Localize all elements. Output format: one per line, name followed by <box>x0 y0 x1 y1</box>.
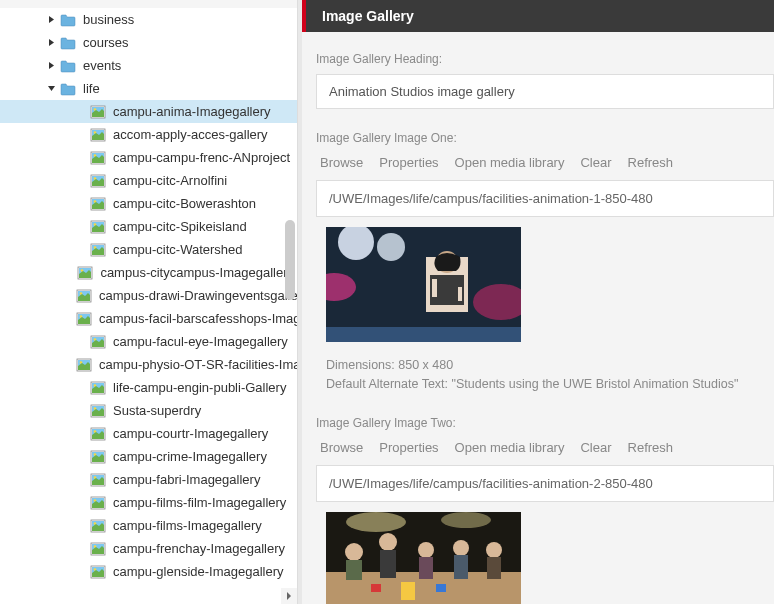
tree-item[interactable]: life-campu-engin-publi-Gallery <box>0 376 297 399</box>
image-icon <box>90 472 106 488</box>
image-two-actions: Browse Properties Open media library Cle… <box>320 440 774 455</box>
image-icon <box>90 541 106 557</box>
item-label: campu-citc-Bowerashton <box>110 195 259 212</box>
image-icon <box>90 518 106 534</box>
image-icon <box>90 196 106 212</box>
tree-item[interactable]: campu-facul-eye-Imagegallery <box>0 330 297 353</box>
sidebar-scrollbar[interactable] <box>281 0 297 604</box>
item-label: campu-crime-Imagegallery <box>110 448 270 465</box>
image-icon <box>76 288 92 304</box>
image-one-path[interactable]: /UWE/Images/life/campus/facilities-anima… <box>316 180 774 217</box>
folder-label: events <box>80 57 124 74</box>
folder-label: business <box>80 11 137 28</box>
image-two-path[interactable]: /UWE/Images/life/campus/facilities-anima… <box>316 465 774 502</box>
refresh-link[interactable]: Refresh <box>628 440 674 455</box>
form-area: Image Gallery Heading: Animation Studios… <box>302 32 774 604</box>
expand-arrow-icon[interactable] <box>44 13 58 27</box>
image-one-actions: Browse Properties Open media library Cle… <box>320 155 774 170</box>
item-label: campu-citc-Watershed <box>110 241 246 258</box>
svg-point-82 <box>418 542 434 558</box>
tree-item[interactable]: campu-glenside-Imagegallery <box>0 560 297 583</box>
tree-folder[interactable]: courses <box>0 31 297 54</box>
browse-link[interactable]: Browse <box>320 155 363 170</box>
image-icon <box>90 334 106 350</box>
tree-folder[interactable]: life <box>0 77 297 100</box>
tree-item[interactable]: accom-apply-acces-gallery <box>0 123 297 146</box>
tree-item[interactable]: Susta-superdry <box>0 399 297 422</box>
item-label: campu-citc-Arnolfini <box>110 172 230 189</box>
svg-point-84 <box>453 540 469 556</box>
tree-folder[interactable]: business <box>0 8 297 31</box>
properties-link[interactable]: Properties <box>379 440 438 455</box>
tree-item[interactable]: campu-citc-Watershed <box>0 238 297 261</box>
folder-icon <box>60 81 76 97</box>
svg-point-76 <box>441 512 491 528</box>
svg-point-86 <box>486 542 502 558</box>
item-label: campu-physio-OT-SR-facilities-Imageg <box>96 356 298 373</box>
tree-item[interactable]: campu-anima-Imagegallery <box>0 100 297 123</box>
item-label: campu-frenchay-Imagegallery <box>110 540 288 557</box>
image-two-thumbnail[interactable] <box>326 512 521 604</box>
panel-header: Image Gallery <box>302 0 774 32</box>
expand-arrow-icon[interactable] <box>44 59 58 73</box>
clear-link[interactable]: Clear <box>580 155 611 170</box>
properties-link[interactable]: Properties <box>379 155 438 170</box>
refresh-link[interactable]: Refresh <box>628 155 674 170</box>
tree-item[interactable]: campus-facil-barscafesshops-Imagegal <box>0 307 297 330</box>
image-icon <box>90 150 106 166</box>
svg-rect-88 <box>401 582 415 600</box>
item-label: campus-drawi-Drawingeventsgallery <box>96 287 298 304</box>
folder-label: courses <box>80 34 132 51</box>
image-icon <box>90 173 106 189</box>
scroll-arrow-right[interactable] <box>281 588 297 604</box>
open-media-link[interactable]: Open media library <box>455 155 565 170</box>
tree-item[interactable]: campu-citc-Spikeisland <box>0 215 297 238</box>
item-label: campu-anima-Imagegallery <box>110 103 274 120</box>
collapse-arrow-icon[interactable] <box>44 82 58 96</box>
image-icon <box>76 357 92 373</box>
image-icon <box>90 242 106 258</box>
item-label: accom-apply-acces-gallery <box>110 126 271 143</box>
tree-item[interactable]: campu-fabri-Imagegallery <box>0 468 297 491</box>
panel-title: Image Gallery <box>322 8 414 24</box>
folder-label: life <box>80 80 103 97</box>
tree-item[interactable]: campu-citc-Arnolfini <box>0 169 297 192</box>
scroll-thumb[interactable] <box>285 220 295 300</box>
expand-arrow-icon[interactable] <box>44 36 58 50</box>
alt-text: Default Alternate Text: "Students using … <box>326 375 774 394</box>
svg-point-65 <box>377 233 405 261</box>
image-icon <box>76 311 92 327</box>
tree-view: businesscourseseventslife campu-anima-Im… <box>0 0 297 591</box>
item-label: campu-campu-frenc-ANproject <box>110 149 293 166</box>
tree-item[interactable]: campu-campu-frenc-ANproject <box>0 146 297 169</box>
tree-folder[interactable]: events <box>0 54 297 77</box>
item-label: campus-facil-barscafesshops-Imagegal <box>96 310 298 327</box>
tree-item[interactable]: campus-drawi-Drawingeventsgallery <box>0 284 297 307</box>
image-icon <box>90 403 106 419</box>
item-label: campu-courtr-Imagegallery <box>110 425 271 442</box>
item-label: campu-fabri-Imagegallery <box>110 471 263 488</box>
image-one-thumbnail[interactable] <box>326 227 521 342</box>
tree-item[interactable]: campu-films-film-Imagegallery <box>0 491 297 514</box>
open-media-link[interactable]: Open media library <box>455 440 565 455</box>
tree-item[interactable]: campu-frenchay-Imagegallery <box>0 537 297 560</box>
item-label: campu-glenside-Imagegallery <box>110 563 287 580</box>
tree-item[interactable]: campu-citc-Bowerashton <box>0 192 297 215</box>
image-icon <box>77 265 93 281</box>
tree-item[interactable]: campus-citycampus-Imagegallery <box>0 261 297 284</box>
image-one-label: Image Gallery Image One: <box>316 131 774 145</box>
svg-rect-79 <box>346 560 362 580</box>
image-icon <box>90 426 106 442</box>
clear-link[interactable]: Clear <box>580 440 611 455</box>
tree-item[interactable]: campu-courtr-Imagegallery <box>0 422 297 445</box>
tree-item[interactable]: campu-crime-Imagegallery <box>0 445 297 468</box>
tree-item[interactable]: campu-films-Imagegallery <box>0 514 297 537</box>
image-two-label: Image Gallery Image Two: <box>316 416 774 430</box>
item-label: Susta-superdry <box>110 402 204 419</box>
browse-link[interactable]: Browse <box>320 440 363 455</box>
tree-item[interactable] <box>0 0 297 8</box>
heading-input[interactable]: Animation Studios image gallery <box>316 74 774 109</box>
tree-item[interactable]: campu-physio-OT-SR-facilities-Imageg <box>0 353 297 376</box>
item-label: campu-citc-Spikeisland <box>110 218 250 235</box>
svg-rect-83 <box>419 557 433 579</box>
